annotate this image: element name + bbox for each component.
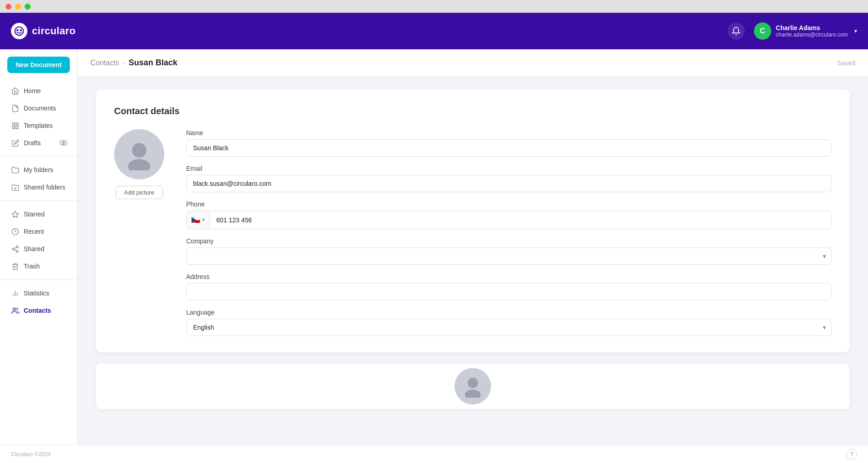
logo-icon <box>11 23 27 39</box>
svg-marker-9 <box>12 211 18 217</box>
svg-point-1 <box>16 29 19 32</box>
svg-rect-6 <box>12 126 15 128</box>
contact-card-title: Contact details <box>114 106 831 116</box>
user-menu[interactable]: C Charlie Adams charlie.adams@circularo.… <box>754 22 857 40</box>
templates-icon <box>11 121 19 130</box>
sidebar-item-my-folders[interactable]: My folders <box>3 161 74 179</box>
logo-text: circularo <box>32 25 76 37</box>
email-input[interactable] <box>186 175 831 192</box>
avatar: C <box>754 22 771 40</box>
contact-form-fields: Name Email Phone <box>186 129 831 336</box>
sidebar-label-drafts: Drafts <box>24 139 41 147</box>
main-content: Contacts › Susan Black Saved Contact det… <box>78 49 868 463</box>
sidebar-item-shared[interactable]: Shared <box>3 240 74 258</box>
notifications-button[interactable] <box>727 22 745 40</box>
content-area: Contact details Add picture <box>78 77 868 433</box>
sidebar-label-templates: Templates <box>24 122 53 129</box>
minimize-button[interactable] <box>15 4 21 10</box>
flag-icon: 🇨🇿 <box>191 216 200 224</box>
company-select-wrapper: ▾ <box>186 247 831 265</box>
phone-number-input[interactable] <box>210 212 831 228</box>
company-field-group: Company ▾ <box>186 237 831 265</box>
svg-point-22 <box>468 378 478 388</box>
phone-field-group: Phone 🇨🇿 ▾ <box>186 200 831 229</box>
footer-copyright: Circularo ©2024 <box>11 451 51 458</box>
sidebar-label-home: Home <box>24 87 41 95</box>
sidebar-label-recent: Recent <box>24 228 44 235</box>
app-layout: New Document Home Documents Templates <box>0 49 868 463</box>
sidebar-item-starred[interactable]: Starred <box>3 205 74 223</box>
help-button[interactable]: ? <box>846 449 857 460</box>
svg-line-14 <box>14 249 16 251</box>
sidebar-label-shared: Shared <box>24 245 44 253</box>
language-select-wrapper: English Czech German ▾ <box>186 319 831 336</box>
address-input[interactable] <box>186 283 831 300</box>
sidebar-item-recent[interactable]: Recent <box>3 223 74 240</box>
svg-point-12 <box>12 248 14 250</box>
logo[interactable]: circularo <box>11 23 76 39</box>
user-email: charlie.adams@circularo.com <box>776 32 848 38</box>
sidebar-item-statistics[interactable]: Statistics <box>3 284 74 302</box>
user-name: Charlie Adams <box>776 24 848 32</box>
phone-dropdown-arrow: ▾ <box>202 217 205 223</box>
close-button[interactable] <box>5 4 11 10</box>
svg-rect-3 <box>12 123 15 125</box>
language-select[interactable]: English Czech German <box>186 319 831 336</box>
sidebar-item-trash[interactable]: Trash <box>3 258 74 275</box>
sidebar-label-my-folders: My folders <box>24 166 53 174</box>
header-right: C Charlie Adams charlie.adams@circularo.… <box>727 22 857 40</box>
trash-icon <box>11 262 19 270</box>
sidebar-label-documents: Documents <box>24 105 56 112</box>
svg-point-0 <box>15 27 23 35</box>
svg-line-15 <box>14 247 16 248</box>
drafts-icon <box>11 139 19 147</box>
new-document-button[interactable]: New Document <box>7 57 70 73</box>
title-bar <box>0 0 868 13</box>
app-footer: Circularo ©2024 ? <box>0 445 868 463</box>
breadcrumb-parent[interactable]: Contacts <box>90 59 119 67</box>
drafts-badge: 2 <box>59 140 68 146</box>
svg-point-2 <box>20 29 22 32</box>
svg-point-19 <box>13 308 16 310</box>
svg-point-13 <box>16 250 18 252</box>
svg-point-20 <box>132 143 146 158</box>
second-card-partial <box>96 363 850 409</box>
name-field-group: Name <box>186 129 831 157</box>
sidebar-label-contacts: Contacts <box>24 307 51 314</box>
sidebar-item-home[interactable]: Home <box>3 82 74 100</box>
email-field-group: Email <box>186 165 831 192</box>
sidebar-item-documents[interactable]: Documents <box>3 100 74 117</box>
user-info: Charlie Adams charlie.adams@circularo.co… <box>776 24 848 38</box>
avatar-section: Add picture <box>114 129 164 336</box>
sidebar-item-templates[interactable]: Templates <box>3 117 74 134</box>
shared-folders-icon <box>11 183 19 191</box>
saved-status: Saved <box>837 59 855 67</box>
company-label: Company <box>186 237 831 245</box>
svg-point-21 <box>128 159 151 171</box>
home-icon <box>11 87 19 95</box>
sidebar-item-contacts[interactable]: Contacts <box>3 302 74 319</box>
sidebar-item-shared-folders[interactable]: Shared folders <box>3 179 74 196</box>
phone-label: Phone <box>186 200 831 208</box>
add-picture-button[interactable]: Add picture <box>115 186 163 199</box>
sidebar: New Document Home Documents Templates <box>0 49 78 463</box>
documents-icon <box>11 104 19 112</box>
contacts-icon <box>11 306 19 315</box>
shared-icon <box>11 245 19 253</box>
sidebar-divider-3 <box>0 279 77 280</box>
svg-rect-4 <box>16 123 18 125</box>
app-header: circularo C Charlie Adams charlie.adams@… <box>0 13 868 49</box>
breadcrumb-current: Susan Black <box>129 58 178 68</box>
my-folders-icon <box>11 166 19 174</box>
phone-input-wrapper: 🇨🇿 ▾ <box>186 210 831 229</box>
starred-icon <box>11 210 19 218</box>
maximize-button[interactable] <box>25 4 31 10</box>
sidebar-item-drafts[interactable]: Drafts 2 <box>3 134 74 152</box>
sidebar-divider-1 <box>0 156 77 157</box>
name-input[interactable] <box>186 139 831 157</box>
breadcrumb-bar: Contacts › Susan Black Saved <box>78 49 868 77</box>
company-select[interactable] <box>186 247 831 265</box>
address-field-group: Address <box>186 273 831 300</box>
phone-flag-selector[interactable]: 🇨🇿 ▾ <box>187 211 210 229</box>
second-avatar-partial <box>455 368 491 405</box>
